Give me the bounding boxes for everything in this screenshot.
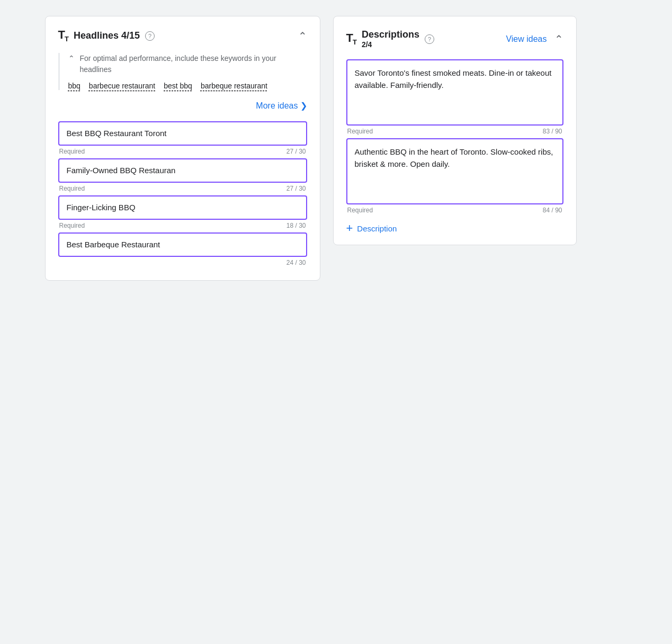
headline-field-1-label: Required <box>59 148 85 155</box>
headline-field-4-wrapper <box>58 232 307 257</box>
keyword-chips: bbq barbecue restaurant best bbq barbequ… <box>68 82 307 90</box>
headline-field-3-count: 18 / 30 <box>286 222 306 229</box>
view-ideas-link[interactable]: View ideas <box>506 34 546 44</box>
desc-field-1[interactable]: Savor Toronto's finest smoked meats. Din… <box>355 67 555 116</box>
text-format-icon: TT <box>58 29 68 42</box>
keyword-chip[interactable]: barbeque restaurant <box>201 82 267 90</box>
keywords-section: ⌃ For optimal ad performance, include th… <box>58 53 307 90</box>
desc-field-2[interactable]: Authentic BBQ in the heart of Toronto. S… <box>355 146 555 195</box>
more-ideas-label: More ideas <box>256 101 298 111</box>
headline-field-3-label: Required <box>59 222 85 229</box>
headline-input-group-4: 24 / 30 <box>58 232 307 266</box>
desc-input-group-2: Authentic BBQ in the heart of Toronto. S… <box>346 138 563 214</box>
keyword-chip[interactable]: best bbq <box>164 82 192 90</box>
desc-field-2-wrapper: Authentic BBQ in the heart of Toronto. S… <box>346 138 563 204</box>
chevron-small-icon: ⌃ <box>68 54 75 62</box>
descriptions-card: TT Descriptions 2/4 ? View ideas ⌃ Savor… <box>333 16 577 245</box>
desc-text-format-icon: TT <box>346 32 356 46</box>
headline-field-1-count: 27 / 30 <box>286 148 306 155</box>
headline-field-2[interactable] <box>67 166 299 175</box>
more-ideas-link[interactable]: More ideas ❯ <box>256 101 307 111</box>
headline-field-3[interactable] <box>67 203 299 212</box>
desc-field-2-meta: Required 84 / 90 <box>346 207 563 214</box>
headline-input-group-2: Required 27 / 30 <box>58 158 307 192</box>
descriptions-title-group: Descriptions 2/4 <box>362 29 419 49</box>
desc-field-1-meta: Required 83 / 90 <box>346 128 563 135</box>
keywords-hint: ⌃ For optimal ad performance, include th… <box>68 53 307 75</box>
plus-icon: + <box>346 222 353 234</box>
headline-field-1-wrapper <box>58 121 307 146</box>
headline-field-4[interactable] <box>67 240 299 249</box>
headline-field-4-count: 24 / 30 <box>286 259 306 266</box>
desc-field-1-label: Required <box>347 128 373 135</box>
page-wrapper: TT Headlines 4/15 ? ⌃ ⌃ For optimal ad p… <box>45 16 628 281</box>
arrow-right-icon: ❯ <box>300 101 307 111</box>
desc-field-2-count: 84 / 90 <box>543 207 562 214</box>
headline-field-4-meta: 24 / 30 <box>58 259 307 266</box>
headline-input-group-1: Required 27 / 30 <box>58 121 307 155</box>
add-description-button[interactable]: + Description <box>346 222 563 234</box>
headline-field-2-meta: Required 27 / 30 <box>58 185 307 192</box>
headline-field-2-wrapper <box>58 158 307 183</box>
headline-field-1-meta: Required 27 / 30 <box>58 148 307 155</box>
more-ideas-row: More ideas ❯ <box>58 101 307 111</box>
headlines-header: TT Headlines 4/15 ? ⌃ <box>58 29 307 42</box>
keyword-chip[interactable]: bbq <box>68 82 80 90</box>
desc-field-1-count: 83 / 90 <box>543 128 562 135</box>
headlines-help-icon[interactable]: ? <box>145 31 155 41</box>
descriptions-help-icon[interactable]: ? <box>425 34 434 44</box>
headlines-card: TT Headlines 4/15 ? ⌃ ⌃ For optimal ad p… <box>45 16 320 281</box>
headline-field-2-label: Required <box>59 185 85 192</box>
desc-field-2-label: Required <box>347 207 373 214</box>
headlines-collapse-icon[interactable]: ⌃ <box>298 30 307 42</box>
headline-input-group-3: Required 18 / 30 <box>58 195 307 229</box>
descriptions-header-right: View ideas ⌃ <box>506 33 563 46</box>
headline-field-2-count: 27 / 30 <box>286 185 306 192</box>
descriptions-header-left: TT Descriptions 2/4 ? <box>346 29 434 49</box>
desc-field-1-wrapper: Savor Toronto's finest smoked meats. Din… <box>346 59 563 126</box>
descriptions-subtitle: 2/4 <box>362 40 419 49</box>
keywords-hint-text: For optimal ad performance, include thes… <box>80 53 307 75</box>
desc-input-group-1: Savor Toronto's finest smoked meats. Din… <box>346 59 563 135</box>
headline-field-3-wrapper <box>58 195 307 220</box>
descriptions-collapse-icon[interactable]: ⌃ <box>554 33 563 46</box>
headline-field-1[interactable] <box>67 129 299 138</box>
headlines-header-left: TT Headlines 4/15 ? <box>58 29 155 42</box>
keyword-chip[interactable]: barbecue restaurant <box>89 82 155 90</box>
descriptions-title: Descriptions <box>362 29 419 40</box>
descriptions-header: TT Descriptions 2/4 ? View ideas ⌃ <box>346 29 563 49</box>
add-desc-label: Description <box>357 224 397 233</box>
headline-field-3-meta: Required 18 / 30 <box>58 222 307 229</box>
headlines-title: Headlines 4/15 <box>74 30 140 41</box>
